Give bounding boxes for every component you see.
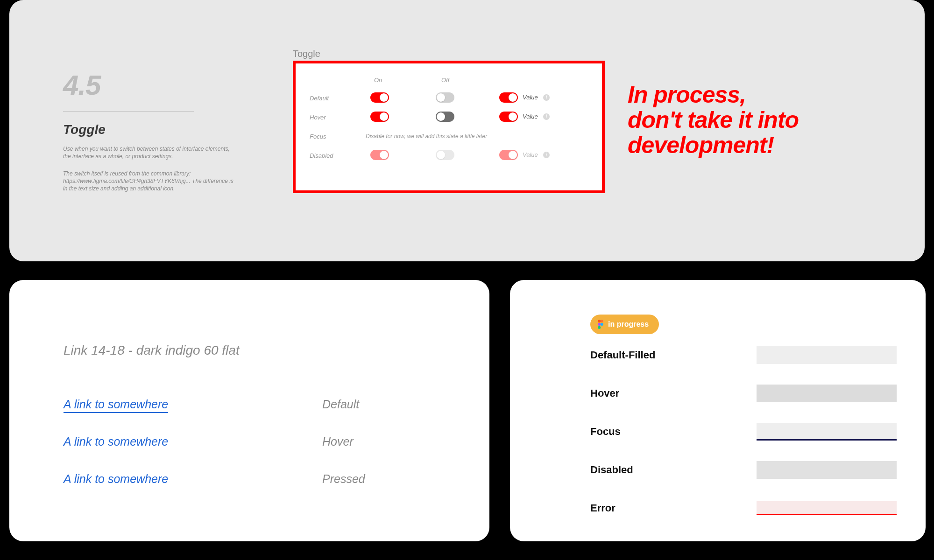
svg-point-3	[601, 323, 603, 326]
info-icon: i	[543, 152, 550, 158]
input-row-hover: Hover	[590, 384, 897, 403]
input-hover[interactable]	[757, 385, 897, 402]
row-label-default: Default	[310, 95, 329, 102]
input-focus[interactable]	[757, 423, 897, 441]
link-pressed[interactable]: A link to somewhere	[64, 472, 168, 486]
toggle-hover-off[interactable]	[436, 112, 454, 122]
divider	[63, 111, 194, 112]
toggle-hover-on[interactable]	[370, 112, 389, 122]
link-default[interactable]: A link to somewhere	[64, 398, 168, 413]
in-progress-badge: in progress	[590, 315, 659, 334]
info-icon[interactable]: i	[543, 94, 550, 101]
link-state-hover: Hover	[322, 435, 354, 448]
input-label: Default-Filled	[590, 349, 655, 361]
toggle-default-value[interactable]	[499, 92, 518, 103]
input-label: Error	[590, 502, 616, 514]
col-head-off: Off	[441, 77, 449, 84]
svg-point-1	[601, 320, 603, 322]
section-title: Toggle	[63, 122, 106, 137]
input-row-disabled: Disabled	[590, 460, 897, 480]
row-label-disabled: Disabled	[310, 152, 333, 159]
toggle-hover-value[interactable]	[499, 112, 518, 122]
svg-point-2	[598, 323, 601, 326]
input-disabled	[757, 461, 897, 479]
value-label-disabled: Value	[523, 151, 538, 158]
info-icon[interactable]: i	[543, 113, 550, 120]
svg-point-4	[598, 326, 601, 329]
input-default[interactable]	[757, 346, 897, 364]
input-error[interactable]	[757, 501, 897, 515]
row-label-hover: Hover	[310, 114, 326, 121]
section-desc-2: The switch itself is reused from the com…	[63, 170, 236, 193]
svg-point-0	[598, 320, 601, 322]
value-label-default: Value	[523, 94, 538, 101]
section-desc-1: Use when you want to switch between stat…	[63, 145, 231, 160]
section-number: 4.5	[63, 69, 100, 101]
links-title: Link 14-18 - dark indigo 60 flat	[64, 343, 240, 358]
toggle-panel: On Off Default Hover Focus Disabled Valu…	[293, 61, 605, 193]
input-row-error: Error	[590, 498, 897, 518]
toggle-default-off[interactable]	[436, 92, 454, 103]
link-state-default: Default	[322, 398, 359, 411]
inputs-card: in progress Default-Filled Hover Focus D…	[510, 280, 926, 541]
toggle-spec-card: 4.5 Toggle Use when you want to switch b…	[9, 0, 925, 261]
col-head-on: On	[374, 77, 382, 84]
toggle-disabled-on	[370, 150, 389, 160]
badge-text: in progress	[608, 320, 649, 329]
panel-label: Toggle	[293, 49, 320, 59]
value-label-hover: Value	[523, 113, 538, 120]
link-state-pressed: Pressed	[322, 472, 365, 486]
input-row-default: Default-Filled	[590, 345, 897, 365]
input-label: Focus	[590, 426, 621, 438]
link-hover[interactable]: A link to somewhere	[64, 435, 168, 448]
warning-text: In process, don't take it into developme…	[628, 82, 799, 158]
links-card: Link 14-18 - dark indigo 60 flat A link …	[9, 280, 489, 541]
input-label: Hover	[590, 387, 619, 399]
toggle-disabled-value	[499, 150, 518, 160]
focus-note: Disable for now, we will add this state …	[366, 133, 487, 140]
toggle-disabled-off	[436, 150, 454, 160]
input-row-focus: Focus	[590, 422, 897, 441]
input-label: Disabled	[590, 464, 633, 476]
row-label-focus: Focus	[310, 133, 326, 140]
figma-icon	[598, 320, 603, 329]
toggle-default-on[interactable]	[370, 92, 389, 103]
